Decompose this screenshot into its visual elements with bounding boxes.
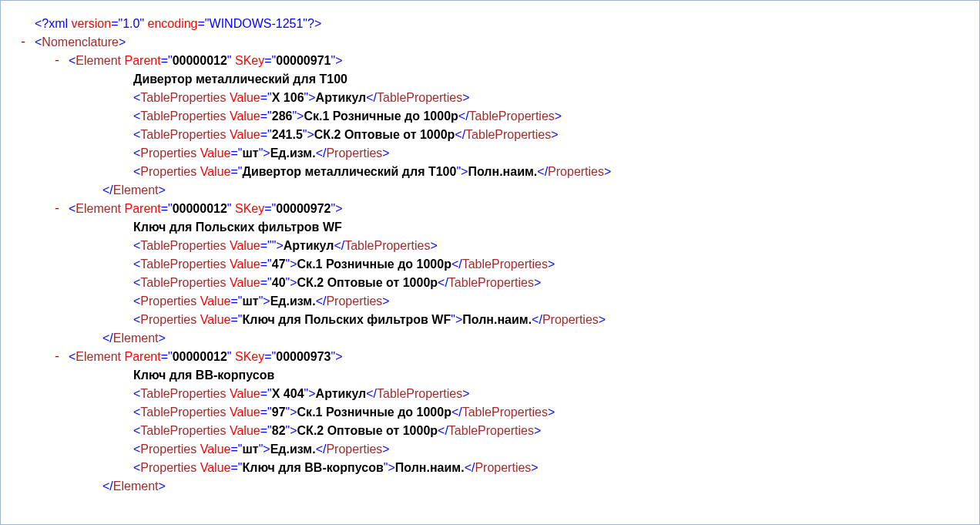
tag-properties: Properties: [140, 294, 196, 308]
collapse-toggle[interactable]: -: [16, 33, 30, 52]
properties-line: <Properties Value="Дивертор металлически…: [35, 163, 979, 181]
element-close: </Element>: [35, 181, 979, 200]
tag-element: Element: [76, 54, 121, 67]
value-content: Ключ для Польских фильтров WF: [242, 313, 451, 326]
value-content: 40: [272, 276, 286, 289]
attr-value: Value: [230, 239, 260, 252]
element-title: Ключ для Польских фильтров WF: [35, 218, 979, 237]
element-open[interactable]: -<Element Parent="00000012" SKey="000009…: [35, 200, 979, 218]
tag-properties: Properties: [140, 461, 196, 474]
attr-value: Value: [200, 461, 231, 474]
tag-tableproperties: TableProperties: [140, 109, 226, 123]
tag-element: Element: [76, 350, 121, 363]
tag-tableproperties: TableProperties: [140, 91, 226, 104]
nomenclature-open[interactable]: -<Nomenclature>: [35, 33, 979, 52]
tag-element-close: Element: [113, 183, 159, 197]
element-close: </Element>: [35, 329, 979, 348]
tag-tableproperties: TableProperties: [140, 406, 226, 419]
value-content: 241.5: [272, 128, 303, 141]
text-content: Артикул: [316, 91, 367, 104]
attr-skey: SKey: [235, 54, 264, 67]
collapse-toggle[interactable]: -: [50, 200, 64, 218]
attr-value: Value: [230, 128, 260, 141]
tag-element: Element: [76, 202, 121, 215]
properties-line: <Properties Value="шт">Ед.изм.</Properti…: [35, 292, 979, 311]
attr-value: Value: [200, 165, 231, 178]
text-content: Полн.наим.: [462, 313, 532, 326]
element-title: Дивертор металлический для Т100: [35, 70, 979, 89]
attr-value: Value: [230, 424, 260, 437]
tableproperties-line: <TableProperties Value="47">Ск.1 Розничн…: [35, 255, 979, 274]
parent-value: 00000012: [173, 202, 227, 215]
element-title-text: Ключ для ВВ-корпусов: [133, 369, 274, 382]
element-close: </Element>: [35, 477, 979, 496]
element-title-text: Ключ для Польских фильтров WF: [133, 220, 342, 234]
attr-parent: Parent: [125, 54, 161, 67]
attr-value: Value: [230, 387, 260, 400]
properties-line: <Properties Value="Ключ для ВВ-корпусов"…: [35, 459, 979, 477]
text-content: Ед.изм.: [270, 294, 316, 308]
tableproperties-line: <TableProperties Value="286">Ск.1 Рознич…: [35, 107, 979, 126]
attr-parent: Parent: [125, 202, 161, 215]
tag-properties-close: Properties: [542, 313, 599, 326]
text-content: СК.2 Оптовые от 1000р: [297, 424, 438, 437]
properties-line: <Properties Value="шт">Ед.изм.</Properti…: [35, 440, 979, 459]
tag-tableproperties-close: TableProperties: [377, 387, 462, 400]
tag-element-close: Element: [113, 331, 159, 345]
attr-value: Value: [200, 146, 231, 160]
tableproperties-line: <TableProperties Value="97">Ск.1 Розничн…: [35, 403, 979, 422]
value-content: Дивертор металлический для Т100: [242, 165, 456, 178]
element-open[interactable]: -<Element Parent="00000012" SKey="000009…: [35, 52, 979, 70]
tag-tableproperties-close: TableProperties: [448, 276, 534, 289]
xml-viewer[interactable]: <?xml version="1.0" encoding="WINDOWS-12…: [0, 0, 980, 525]
text-content: Ск.1 Розничные до 1000р: [304, 109, 458, 123]
text-content: Артикул: [284, 239, 334, 252]
text-content: Ед.изм.: [270, 443, 316, 456]
value-content: шт: [242, 146, 258, 160]
collapse-toggle[interactable]: -: [50, 52, 64, 70]
tableproperties-line: <TableProperties Value="">Артикул</Table…: [35, 237, 979, 255]
attr-value: Value: [200, 294, 231, 308]
tableproperties-line: <TableProperties Value="40">СК.2 Оптовые…: [35, 274, 979, 292]
text-content: Артикул: [316, 387, 367, 400]
tag-tableproperties-close: TableProperties: [344, 239, 430, 252]
text-content: Полн.наим.: [468, 165, 537, 178]
tag-properties: Properties: [140, 443, 196, 456]
value-content: Х 106: [272, 91, 304, 104]
attr-encoding: encoding: [148, 17, 198, 30]
tag-tableproperties: TableProperties: [140, 257, 226, 271]
tag-properties-close: Properties: [326, 146, 382, 160]
tableproperties-line: <TableProperties Value="Х 404">Артикул</…: [35, 385, 979, 403]
properties-line: <Properties Value="Ключ для Польских фил…: [35, 311, 979, 329]
value-content: Ключ для ВВ-корпусов: [242, 461, 383, 474]
xml-declaration: <?xml version="1.0" encoding="WINDOWS-12…: [35, 15, 979, 33]
value-content: 97: [272, 406, 286, 419]
encoding-value: WINDOWS-1251: [210, 17, 304, 30]
tag-tableproperties: TableProperties: [140, 424, 226, 437]
attr-skey: SKey: [235, 350, 264, 363]
skey-value: 00000972: [276, 202, 331, 215]
tag-properties-close: Properties: [475, 461, 531, 474]
text-content: Полн.наим.: [395, 461, 465, 474]
tableproperties-line: <TableProperties Value="241.5">СК.2 Опто…: [35, 126, 979, 144]
attr-value: Value: [230, 109, 260, 123]
value-content: 47: [272, 257, 286, 271]
tag-tableproperties-close: TableProperties: [462, 257, 548, 271]
tag-tableproperties: TableProperties: [140, 387, 226, 400]
tag-properties-close: Properties: [548, 165, 604, 178]
value-content: 286: [272, 109, 293, 123]
value-content: шт: [242, 443, 258, 456]
tag-properties: Properties: [140, 313, 196, 326]
tag-properties: Properties: [140, 165, 196, 178]
tag-tableproperties: TableProperties: [140, 239, 226, 252]
attr-value: Value: [230, 406, 260, 419]
value-content: шт: [242, 294, 258, 308]
text-content: СК.2 Оптовые от 1000р: [314, 128, 455, 141]
element-title: Ключ для ВВ-корпусов: [35, 366, 979, 385]
element-open[interactable]: -<Element Parent="00000012" SKey="000009…: [35, 348, 979, 366]
value-content: Х 404: [272, 387, 304, 400]
tag-tableproperties: TableProperties: [140, 276, 226, 289]
collapse-toggle[interactable]: -: [50, 348, 64, 366]
version-value: 1.0: [123, 17, 139, 30]
tag-properties-close: Properties: [326, 443, 382, 456]
